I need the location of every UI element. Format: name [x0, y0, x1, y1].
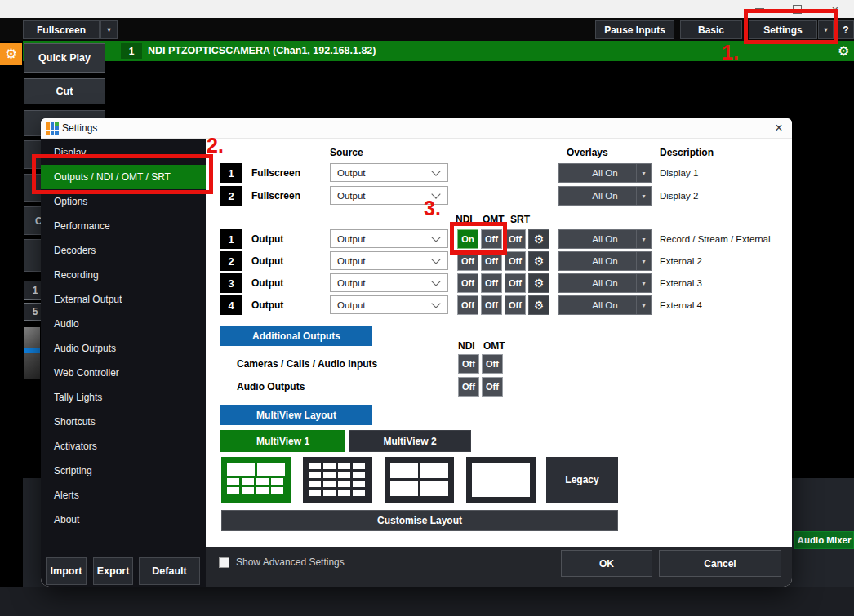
output-1-number: 1: [220, 229, 242, 249]
quick-play-button[interactable]: Quick Play: [24, 43, 105, 73]
nav-item-audio[interactable]: Audio: [41, 312, 206, 336]
cameras-omt-toggle[interactable]: Off: [482, 354, 503, 374]
output-4-source-select[interactable]: Output: [330, 295, 448, 314]
input-gear-icon[interactable]: ⚙: [838, 43, 849, 59]
audio-fader[interactable]: [24, 327, 40, 379]
nav-item-performance[interactable]: Performance: [41, 214, 206, 238]
additional-outputs-button[interactable]: Additional Outputs: [220, 326, 372, 346]
multiview-layout-button[interactable]: MultiView Layout: [220, 405, 372, 425]
outputs-settings-panel: Source Overlays Description 1 Fullscreen…: [206, 139, 792, 547]
fullscreen-1-label: Fullscreen: [251, 163, 300, 183]
output-2-source-select[interactable]: Output: [330, 251, 448, 270]
output-2-label: Output: [251, 251, 283, 271]
audio-outputs-omt-toggle[interactable]: Off: [482, 377, 503, 397]
output-3-ndi-toggle[interactable]: Off: [457, 273, 478, 293]
menubar: Fullscreen ▾ Pause Inputs Basic Settings…: [0, 18, 854, 41]
caret-down-icon[interactable]: ▾: [636, 274, 651, 292]
fullscreen-1-overlays-dropdown[interactable]: All On▾: [558, 163, 652, 183]
audio-mixer-button[interactable]: Audio Mixer: [794, 531, 854, 549]
nav-item-audio-outputs[interactable]: Audio Outputs: [41, 336, 206, 361]
output-3-source-select[interactable]: Output: [330, 273, 448, 292]
fullscreen-dropdown-button[interactable]: ▾: [100, 20, 118, 39]
vmix-app: × Fullscreen ▾ Pause Inputs Basic Settin…: [0, 0, 854, 616]
caret-down-icon[interactable]: ▾: [636, 230, 651, 248]
thumb-small-row: [227, 487, 285, 494]
fullscreen-1-source-select[interactable]: Output: [330, 163, 448, 182]
layout-thumbnail-quad[interactable]: [385, 457, 454, 503]
output-3-description: External 3: [660, 273, 702, 293]
output-4-omt-toggle[interactable]: Off: [481, 295, 502, 315]
nav-item-tally-lights[interactable]: Tally Lights: [41, 385, 206, 410]
legacy-layout-button[interactable]: Legacy: [546, 457, 618, 503]
ok-button[interactable]: OK: [561, 550, 652, 577]
output-1-settings-button[interactable]: ⚙: [528, 229, 549, 249]
select-value: Output: [337, 300, 366, 310]
audio-outputs-ndi-toggle[interactable]: Off: [458, 377, 479, 397]
input-number: 1: [121, 43, 142, 59]
output-2-srt-toggle[interactable]: Off: [505, 251, 526, 271]
output-2-settings-button[interactable]: ⚙: [528, 251, 549, 271]
caret-down-icon[interactable]: ▾: [636, 164, 651, 182]
pause-inputs-button[interactable]: Pause Inputs: [595, 20, 674, 39]
multiview-1-tab[interactable]: MultiView 1: [220, 430, 345, 452]
output-1-description: Record / Stream / External: [660, 229, 771, 249]
nav-item-about[interactable]: About: [41, 507, 206, 532]
caret-down-icon[interactable]: ▾: [636, 252, 651, 270]
export-button[interactable]: Export: [93, 557, 133, 585]
chevron-down-icon: [431, 255, 440, 264]
nav-item-web-controller[interactable]: Web Controller: [41, 361, 206, 385]
cut-button[interactable]: Cut: [24, 78, 105, 104]
show-advanced-checkbox[interactable]: [219, 557, 229, 568]
nav-item-decoders[interactable]: Decoders: [41, 238, 206, 263]
output-3-settings-button[interactable]: ⚙: [528, 273, 549, 293]
audio-fader-handle[interactable]: [24, 348, 40, 353]
dialog-close-button[interactable]: ×: [770, 120, 788, 136]
output-1-source-select[interactable]: Output: [330, 229, 448, 248]
additional-ndi-header: NDI: [458, 340, 475, 352]
cameras-ndi-toggle[interactable]: Off: [458, 354, 479, 374]
chevron-down-icon: [431, 299, 440, 308]
output-2-overlays-dropdown[interactable]: All On▾: [558, 251, 652, 271]
dialog-title: Settings: [62, 122, 97, 134]
output-2-description: External 2: [660, 251, 702, 271]
output-1-srt-toggle[interactable]: Off: [505, 229, 526, 249]
output-3-overlays-dropdown[interactable]: All On▾: [558, 273, 652, 293]
layout-thumbnail-single[interactable]: [466, 457, 536, 503]
import-button[interactable]: Import: [46, 557, 87, 585]
nav-item-recording[interactable]: Recording: [41, 263, 206, 287]
nav-item-external-output[interactable]: External Output: [41, 287, 206, 312]
help-button[interactable]: ?: [838, 20, 854, 39]
nav-item-scripting[interactable]: Scripting: [41, 459, 206, 483]
fullscreen-2-overlays-dropdown[interactable]: All On▾: [558, 186, 652, 206]
fullscreen-2-number: 2: [220, 186, 242, 206]
output-4-overlays-dropdown[interactable]: All On▾: [558, 295, 652, 315]
output-3-omt-toggle[interactable]: Off: [481, 273, 502, 293]
cancel-button[interactable]: Cancel: [659, 550, 781, 577]
annotation-step-1: 1.: [722, 41, 739, 64]
nav-item-activators[interactable]: Activators: [41, 434, 206, 459]
customise-layout-button[interactable]: Customise Layout: [221, 510, 618, 531]
nav-item-shortcuts[interactable]: Shortcuts: [41, 410, 206, 434]
dialog-titlebar: Settings ×: [41, 118, 792, 139]
basic-button[interactable]: Basic: [680, 20, 742, 39]
output-2-number: 2: [220, 251, 242, 271]
output-3-srt-toggle[interactable]: Off: [505, 273, 526, 293]
output-1-overlays-dropdown[interactable]: All On▾: [558, 229, 652, 249]
multiview-2-tab[interactable]: MultiView 2: [349, 430, 471, 452]
layout-thumbnail-2-plus-8[interactable]: [221, 457, 291, 503]
default-button[interactable]: Default: [139, 557, 200, 585]
caret-down-icon[interactable]: ▾: [636, 296, 651, 314]
nav-item-alerts[interactable]: Alerts: [41, 483, 206, 507]
layout-thumbnail-grid-16[interactable]: [303, 457, 372, 503]
dropdown-value: All On: [592, 256, 617, 266]
output-4-srt-toggle[interactable]: Off: [505, 295, 526, 315]
output-4-ndi-toggle[interactable]: Off: [457, 295, 478, 315]
output-3-number: 3: [220, 273, 242, 293]
dropdown-value: All On: [592, 300, 617, 310]
fullscreen-button[interactable]: Fullscreen: [23, 20, 100, 39]
output-4-settings-button[interactable]: ⚙: [528, 295, 549, 315]
annotation-step-2: 2.: [207, 134, 224, 157]
caret-down-icon[interactable]: ▾: [636, 187, 651, 205]
thumb-large-row: [227, 463, 285, 476]
app-settings-gear-button[interactable]: ⚙: [0, 43, 22, 65]
